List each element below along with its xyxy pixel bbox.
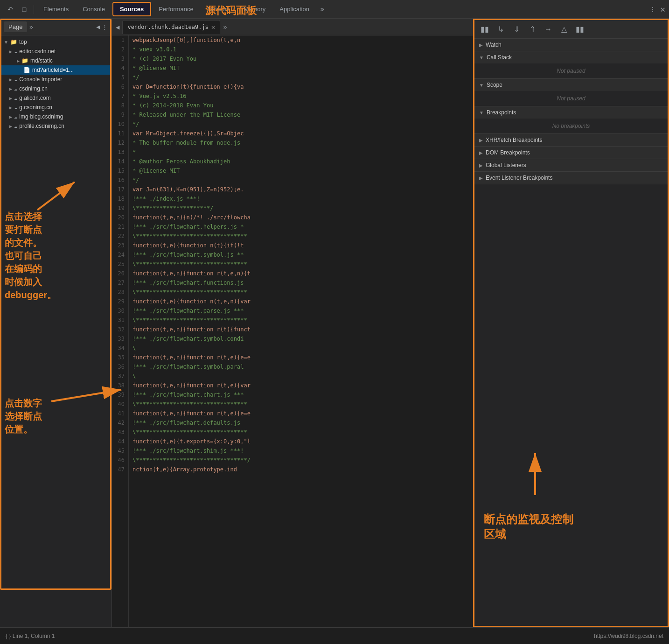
tree-label: top <box>19 39 27 45</box>
xhr-label: XHR/fetch Breakpoints <box>486 137 542 143</box>
tree-item-editor[interactable]: ▶ ☁ editor.csdn.net <box>0 47 112 56</box>
cloud-icon: ☁ <box>14 123 17 129</box>
code-content: 12345 678910 1112131415 1617181920 21222… <box>112 35 473 627</box>
xhr-arrow: ▶ <box>479 138 483 143</box>
source-tab-vendor[interactable]: vendor.chunk.daad1ea9.js ✕ <box>122 20 220 34</box>
sidebar-options[interactable]: ⋮ <box>102 23 108 30</box>
pause-exceptions-btn[interactable]: ▮▮ <box>573 23 586 36</box>
more-tabs-icon[interactable]: » <box>317 4 328 15</box>
folder-icon: 📁 <box>10 39 17 45</box>
cursor-icon[interactable]: ↶ <box>4 3 17 16</box>
expand-arrow: ▶ <box>17 58 20 63</box>
global-listeners-arrow: ▶ <box>479 163 483 168</box>
close-icon[interactable]: ✕ <box>660 4 665 14</box>
event-listener-label: Event Listener Breakpoints <box>486 175 552 181</box>
expand-arrow: ▶ <box>9 124 12 129</box>
tree-item-console-importer[interactable]: ▶ ☁ Console Importer <box>0 75 112 84</box>
breakpoints-content: No breakpoints <box>474 119 668 133</box>
status-bar: { } Line 1, Column 1 https://wudi98.blog… <box>0 627 669 644</box>
tab-elements[interactable]: Elements <box>37 3 75 15</box>
cn-right-annotation: 断点的监视及控制区域 <box>484 512 573 542</box>
scope-section: ▼ Scope Not paused <box>474 79 668 106</box>
watch-label: Watch <box>486 42 502 48</box>
xhr-section: ▶ XHR/fetch Breakpoints <box>474 134 668 147</box>
tree-label: md?articleId=1... <box>32 67 74 73</box>
expand-arrow: ▼ <box>4 40 8 45</box>
step-out-btn[interactable]: ⇑ <box>526 23 539 36</box>
event-listener-header[interactable]: ▶ Event Listener Breakpoints <box>474 172 668 184</box>
devtools-toolbar: ↶ □ Elements Console Sources Performance… <box>0 0 669 19</box>
step-btn[interactable]: → <box>542 23 555 36</box>
dom-arrow: ▶ <box>479 150 483 155</box>
pause-btn[interactable]: ▮▮ <box>478 23 491 36</box>
status-position: { } Line 1, Column 1 <box>6 633 55 639</box>
tab-console[interactable]: Console <box>76 3 112 15</box>
expand-arrow: ▶ <box>9 86 12 91</box>
tab-sources[interactable]: Sources <box>112 2 151 16</box>
cloud-icon: ☁ <box>14 76 17 83</box>
code-panel: ◀ vendor.chunk.daad1ea9.js ✕ » 12345 678… <box>112 19 473 627</box>
sidebar: Page » ◀ ⋮ ▼ 📁 top ▶ ☁ editor.csd <box>0 19 112 627</box>
cloud-icon: ☁ <box>14 85 17 92</box>
event-listener-section: ▶ Event Listener Breakpoints <box>474 172 668 184</box>
tree-label: csdnimg.cn <box>19 85 48 92</box>
code-text: webpackJsonp([0],[function(t,e,n * vuex … <box>129 35 473 627</box>
breakpoints-arrow: ▼ <box>479 110 484 115</box>
watch-header[interactable]: ▶ Watch <box>474 39 668 51</box>
tree-item-md-article[interactable]: 📄 md?articleId=1... <box>0 65 112 75</box>
tab-memory[interactable]: Memory <box>237 3 272 15</box>
breakpoints-label: Breakpoints <box>487 109 516 116</box>
tree-item-g-csdnimg[interactable]: ▶ ☁ g.csdnimg.cn <box>0 103 112 112</box>
right-annotation-arrow <box>521 448 549 495</box>
call-stack-header[interactable]: ▼ Call Stack <box>474 51 668 63</box>
cloud-icon: ☁ <box>14 113 17 120</box>
deactivate-btn[interactable]: △ <box>558 23 571 36</box>
nav-back-btn[interactable]: ◀ <box>114 21 121 33</box>
global-listeners-header[interactable]: ▶ Global Listeners <box>474 159 668 171</box>
tree-item-csdnimg[interactable]: ▶ ☁ csdnimg.cn <box>0 84 112 93</box>
step-into-btn[interactable]: ⇓ <box>510 23 523 36</box>
call-stack-section: ▼ Call Stack Not paused <box>474 51 668 79</box>
sidebar-tab-page[interactable]: Page <box>4 21 27 32</box>
tab-performance[interactable]: Performance <box>152 3 200 15</box>
inspect-icon[interactable]: □ <box>18 3 31 16</box>
sidebar-nav-back[interactable]: ◀ <box>96 23 100 30</box>
dom-section: ▶ DOM Breakpoints <box>474 147 668 159</box>
expand-arrow: ▶ <box>9 114 12 119</box>
file-icon: 📄 <box>23 67 30 73</box>
debugger-toolbar: ▮▮ ↳ ⇓ ⇑ → △ ▮▮ <box>474 20 668 39</box>
tree-item-top[interactable]: ▼ 📁 top <box>0 37 112 47</box>
watch-arrow: ▶ <box>479 42 483 48</box>
step-over-btn[interactable]: ↳ <box>494 23 507 36</box>
tab-close-icon[interactable]: ✕ <box>211 23 215 31</box>
tree-label: g.alicdn.com <box>19 95 50 101</box>
expand-arrow: ▶ <box>9 49 12 54</box>
xhr-header[interactable]: ▶ XHR/fetch Breakpoints <box>474 134 668 146</box>
scope-label: Scope <box>487 82 502 88</box>
tree-item-img-blog[interactable]: ▶ ☁ img-blog.csdnimg <box>0 112 112 121</box>
dom-header[interactable]: ▶ DOM Breakpoints <box>474 147 668 159</box>
file-tree: ▼ 📁 top ▶ ☁ editor.csdn.net ▶ 📁 md/stati… <box>0 35 112 627</box>
scope-arrow: ▼ <box>479 83 484 88</box>
status-url: https://wudi98.blog.csdn.net <box>594 633 663 639</box>
folder-icon: 📁 <box>21 57 28 64</box>
expand-arrow: ▶ <box>9 77 12 82</box>
breakpoints-header[interactable]: ▼ Breakpoints <box>474 106 668 119</box>
tree-item-profile[interactable]: ▶ ☁ profile.csdnimg.cn <box>0 121 112 131</box>
tree-label: editor.csdn.net <box>19 48 56 55</box>
settings-icon[interactable]: ⋮ <box>646 3 659 16</box>
more-sources-btn[interactable]: » <box>221 21 229 33</box>
tab-application[interactable]: Application <box>273 3 316 15</box>
cloud-icon: ☁ <box>14 104 17 111</box>
tree-item-alicdn[interactable]: ▶ ☁ g.alicdn.com <box>0 93 112 103</box>
right-panel: ▮▮ ↳ ⇓ ⇑ → △ ▮▮ ▶ Watch ▼ Call Stack <box>473 19 669 627</box>
cloud-icon: ☁ <box>14 95 17 101</box>
scope-header[interactable]: ▼ Scope <box>474 79 668 91</box>
sidebar-more-tabs[interactable]: » <box>29 23 33 31</box>
tab-network[interactable]: Network <box>201 3 237 15</box>
call-stack-content: Not paused <box>474 63 668 78</box>
global-listeners-section: ▶ Global Listeners <box>474 159 668 172</box>
cloud-icon: ☁ <box>14 48 17 55</box>
tree-item-md-static[interactable]: ▶ 📁 md/static <box>0 56 112 65</box>
scope-content: Not paused <box>474 91 668 106</box>
